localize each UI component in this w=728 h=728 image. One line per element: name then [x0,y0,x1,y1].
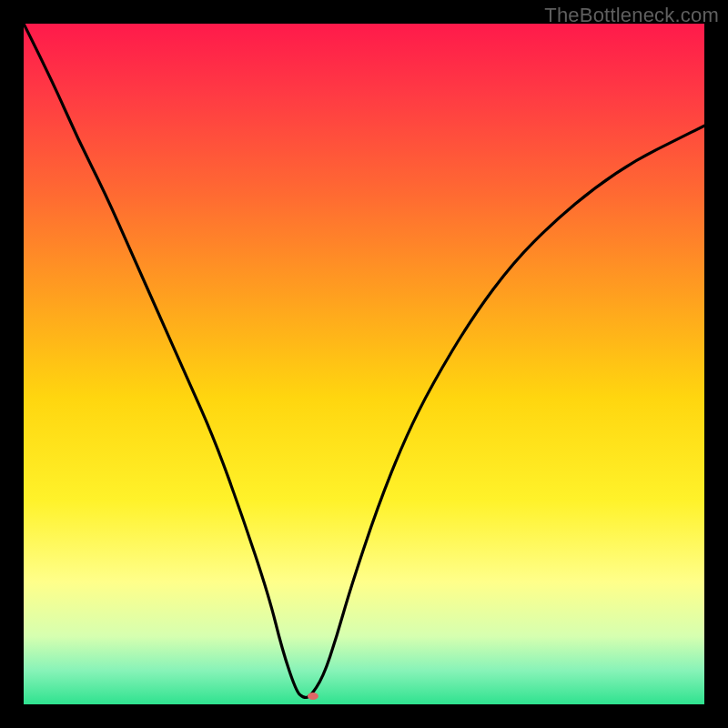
optimal-point-marker [308,693,318,700]
chart-frame [24,24,704,704]
watermark-text: TheBottleneck.com [544,4,719,27]
bottleneck-chart [24,24,704,704]
gradient-background [24,24,704,704]
